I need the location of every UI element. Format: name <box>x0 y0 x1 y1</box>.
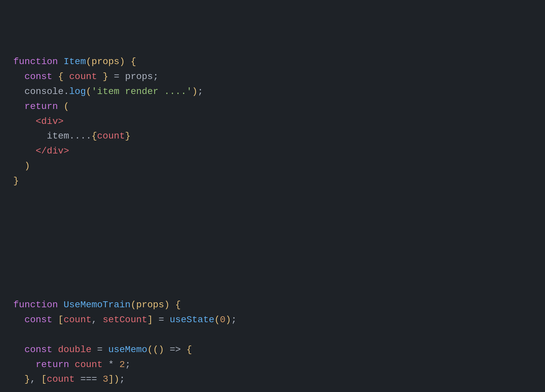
return-paren-close: ) <box>25 161 30 171</box>
semicolon-3: ; <box>231 315 237 325</box>
semicolon-5: ; <box>119 374 125 384</box>
usememo-paren-close: ) <box>114 374 120 384</box>
function-name-usememo: UseMemoTrain <box>63 300 131 310</box>
jsx-div-close: </div> <box>36 146 69 156</box>
number-zero: 0 <box>220 315 226 325</box>
bracket-open-2: [ <box>41 374 47 384</box>
dot-1: . <box>63 86 69 97</box>
console-obj: console <box>25 86 64 97</box>
fn-brace-close-1: } <box>13 176 19 186</box>
op-multiply: * <box>108 359 114 370</box>
semicolon-1: ; <box>153 71 159 82</box>
code-editor: function Item(props) { const { count } =… <box>13 10 532 392</box>
op-assign-2: = <box>159 315 164 325</box>
keyword-const-1: const <box>25 71 53 82</box>
op-strict-eq: === <box>80 374 97 384</box>
destruct-open: { <box>58 71 63 82</box>
keyword-const-3: const <box>25 344 53 355</box>
keyword-function-2: function <box>13 300 58 310</box>
brace-open: { <box>131 56 136 67</box>
number-three: 3 <box>103 374 108 384</box>
keyword-const-2: const <box>25 315 53 325</box>
method-log: log <box>69 86 86 97</box>
var-double: double <box>58 344 91 355</box>
op-assign-1: = <box>114 71 120 82</box>
arrow-paren-open: () <box>153 344 164 355</box>
jsx-div-open: <div> <box>36 116 63 127</box>
string-item-render: 'item render ....' <box>91 86 192 97</box>
paren-open: ( <box>86 56 91 67</box>
bracket-close-1: ] <box>147 315 153 325</box>
var-props: props <box>125 71 153 82</box>
param-props-2: props <box>136 300 164 310</box>
method-usememo: useMemo <box>108 344 148 355</box>
destruct-close: } <box>103 71 108 82</box>
bracket-close-2: ] <box>108 374 114 384</box>
return-paren-open: ( <box>63 101 69 112</box>
semicolon-4: ; <box>125 359 131 370</box>
usestate-paren-open: ( <box>214 315 220 325</box>
function-name-item: Item <box>63 56 86 67</box>
jsx-count-ref: count <box>97 131 125 141</box>
function-item: function Item(props) { const { count } =… <box>13 40 532 189</box>
paren-open-2: ( <box>131 300 136 310</box>
semicolon-2: ; <box>198 86 203 97</box>
count-ref-2: count <box>47 374 75 384</box>
code-separator <box>13 218 532 238</box>
paren-close: ) <box>119 56 125 67</box>
usestate-paren-close: ) <box>226 315 231 325</box>
function-use-memo-train: function UseMemoTrain(props) { const [co… <box>13 283 532 392</box>
var-count: count <box>63 315 91 325</box>
number-two: 2 <box>119 359 125 370</box>
keyword-return-1: return <box>25 101 58 112</box>
paren-close-2: ) <box>164 300 170 310</box>
method-usestate: useState <box>170 315 214 325</box>
usememo-paren-open: ( <box>147 344 153 355</box>
count-ref-1: count <box>75 359 103 370</box>
jsx-expr-close-1: } <box>125 131 131 141</box>
keyword-function: function <box>13 56 58 67</box>
var-setcount: setCount <box>103 315 147 325</box>
op-assign-3: = <box>97 344 103 355</box>
keyword-return-2: return <box>36 359 69 370</box>
bracket-open-1: [ <box>58 315 63 325</box>
log-paren-open: ( <box>86 86 91 97</box>
usememo-brace-open: { <box>186 344 192 355</box>
comma-2: , <box>30 374 36 384</box>
prop-count: count <box>69 71 97 82</box>
arrow-op: => <box>170 344 181 355</box>
usememo-brace-close: } <box>25 374 30 384</box>
log-paren-close: ) <box>192 86 198 97</box>
brace-open-2: { <box>175 300 181 310</box>
jsx-expr-open-1: { <box>91 131 97 141</box>
jsx-item-text: item.... <box>47 131 91 141</box>
comma-1: , <box>91 315 97 325</box>
param-props: props <box>91 56 119 67</box>
